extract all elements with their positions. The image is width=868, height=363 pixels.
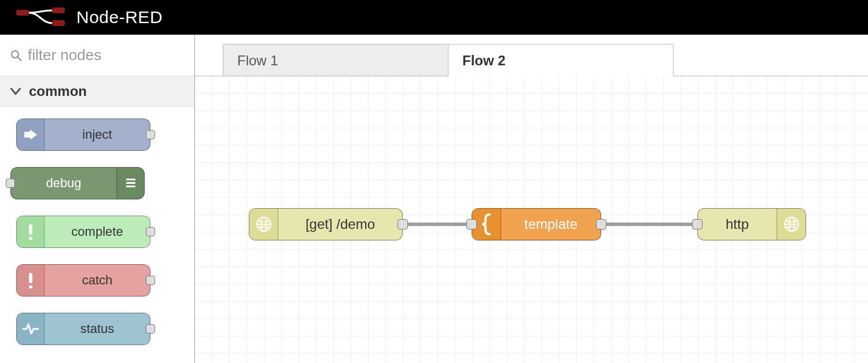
palette-node-catch[interactable]: catch [16,264,150,297]
globe-icon [777,209,806,240]
node-output-port[interactable] [146,276,155,285]
flow-node-http-response[interactable]: http [697,208,806,240]
tab-label: Flow 2 [462,53,506,69]
flow-tabs: Flow 1 Flow 2 [195,35,868,76]
workspace: Flow 1 Flow 2 [195,35,868,363]
palette-filter-input[interactable] [28,46,184,64]
inject-icon [17,119,45,150]
node-input-port[interactable] [466,219,477,229]
node-output-port[interactable] [146,130,155,139]
svg-rect-2 [52,20,65,26]
svg-rect-11 [29,273,32,283]
app-title: Node-RED [76,8,163,27]
flow-wire[interactable] [600,223,704,226]
svg-rect-0 [16,10,29,16]
palette-filter[interactable] [0,35,194,76]
svg-rect-8 [126,186,135,187]
alert-icon [17,265,45,296]
flow-node-label: template [501,216,601,232]
flow-canvas[interactable]: [get] /demo template http [195,76,868,363]
chevron-down-icon [10,86,21,97]
palette-node-label: catch [45,273,150,288]
tab-flow-1[interactable]: Flow 1 [223,44,448,76]
node-input-port[interactable] [6,179,15,188]
node-output-port[interactable] [146,324,155,334]
svg-rect-10 [29,237,32,240]
debug-icon [116,168,144,199]
node-output-port[interactable] [398,219,408,229]
svg-rect-5 [24,132,30,138]
flow-node-http-in[interactable]: [get] /demo [249,208,403,240]
node-input-port[interactable] [692,219,703,229]
node-palette: common inject debug [0,35,195,363]
activity-icon [17,313,45,345]
svg-line-4 [18,57,21,61]
svg-rect-7 [126,182,135,184]
search-icon [10,50,22,61]
palette-node-debug[interactable]: debug [10,167,145,199]
node-output-port[interactable] [146,227,155,236]
palette-node-label: inject [45,127,150,142]
node-output-port[interactable] [596,219,606,229]
alert-icon [17,216,45,247]
flow-node-label: [get] /demo [278,216,402,232]
tab-flow-2[interactable]: Flow 2 [448,44,674,76]
flow-node-label: http [698,216,777,232]
svg-rect-1 [52,8,65,13]
palette-node-label: debug [11,176,116,191]
svg-rect-9 [29,224,32,235]
svg-rect-6 [126,179,135,180]
palette-node-complete[interactable]: complete [16,216,150,248]
app-logo [16,8,66,27]
palette-node-status[interactable]: status [16,313,150,345]
palette-node-label: status [45,321,150,336]
svg-point-3 [12,51,19,58]
palette-node-inject[interactable]: inject [16,118,150,151]
palette-category-label: common [29,83,87,99]
svg-rect-12 [29,286,32,288]
palette-node-label: complete [45,224,150,239]
flow-node-template[interactable]: template [472,208,601,240]
tab-label: Flow 1 [237,53,278,69]
app-header: Node-RED [0,0,868,35]
palette-node-list: inject debug [0,107,194,345]
palette-category-common[interactable]: common [0,76,194,107]
globe-icon [249,209,278,240]
node-red-logo-icon [16,8,66,27]
